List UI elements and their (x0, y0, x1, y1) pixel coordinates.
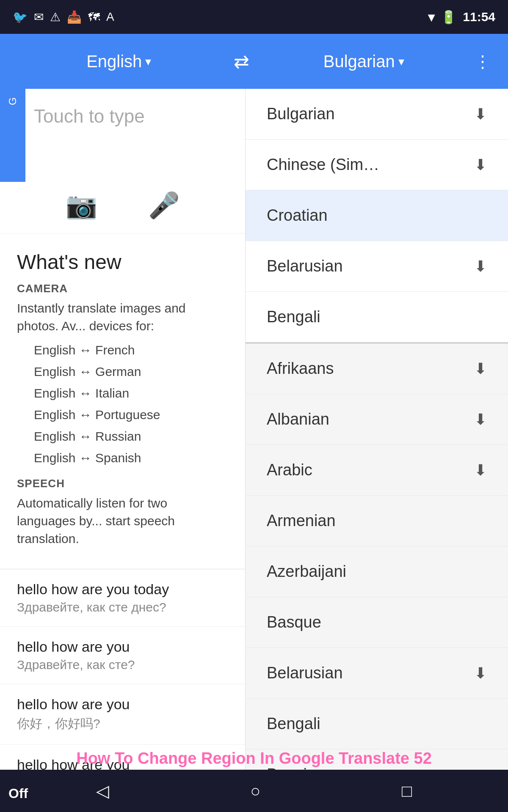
more-options-button[interactable]: ⋮ (470, 52, 495, 71)
pinned-lang-belarusian[interactable]: Belarusian ⬇ (246, 241, 508, 292)
source-language-label: English (86, 52, 142, 71)
lang-albanian[interactable]: Albanian ⬇ (246, 394, 508, 445)
lang-pair-spanish: English ↔ Spanish (34, 447, 228, 469)
status-icons-left: 🐦 ✉ ⚠ 📥 🗺 A (13, 10, 114, 24)
camera-section-label: CAMERA (17, 282, 228, 295)
recents-button[interactable]: □ (402, 782, 412, 801)
lang-afrikaans[interactable]: Afrikaans ⬇ (246, 343, 508, 394)
history-item-1[interactable]: hello how are you Здравейте, как сте? (0, 627, 245, 684)
google-logo: G (7, 97, 19, 105)
download-icon-belarusian[interactable]: ⬇ (474, 258, 487, 275)
wifi-icon: ▾ (428, 10, 434, 25)
lang-armenian-label: Armenian (267, 512, 336, 530)
history-item-2[interactable]: hello how are you 你好，你好吗? (0, 684, 245, 745)
lang-pair-portuguese: English ↔ Portuguese (34, 404, 228, 425)
microphone-button[interactable]: 🎤 (148, 190, 180, 220)
lang-bosnian[interactable]: Bosnian (246, 749, 508, 770)
pinned-lang-belarusian-label: Belarusian (267, 257, 343, 275)
lang-azerbaijani[interactable]: Azerbaijani (246, 546, 508, 597)
main-content: G Touch to type 📷 🎤 What's new CAMERA In… (0, 89, 508, 770)
history-translated-1: Здравейте, как сте? (17, 658, 228, 672)
lang-belarusian-label: Belarusian (267, 664, 343, 682)
back-button[interactable]: ◁ (96, 781, 109, 801)
pinned-lang-bulgarian-label: Bulgarian (267, 105, 335, 123)
home-icon: ○ (250, 782, 260, 801)
history-source-2: hello how are you (17, 696, 228, 713)
history-source-1: hello how are you (17, 639, 228, 655)
whats-new-card: What's new CAMERA Instantly translate im… (0, 233, 245, 569)
download-icon-belarusian2[interactable]: ⬇ (474, 664, 487, 682)
translation-history: hello how are you today Здравейте, как с… (0, 569, 245, 770)
gmail-icon: ✉ (34, 10, 44, 24)
history-source-0: hello how are you today (17, 581, 228, 598)
lang-basque-label: Basque (267, 613, 321, 631)
home-button[interactable]: ○ (250, 782, 260, 801)
target-language-button[interactable]: Bulgarian ▾ (258, 52, 470, 71)
lang-azerbaijani-label: Azerbaijani (267, 562, 346, 581)
download-icon-chinese[interactable]: ⬇ (474, 156, 487, 174)
source-language-button[interactable]: English ▾ (13, 52, 225, 71)
pinned-lang-bengali-label: Bengali (267, 308, 320, 326)
pinned-lang-bengali[interactable]: Bengali (246, 292, 508, 343)
camera-button[interactable]: 📷 (66, 190, 97, 220)
lang-pair-german: English ↔ German (34, 361, 228, 382)
speech-section-desc: Automatically listen for two languages b… (17, 494, 228, 548)
lang-pair-french: English ↔ French (34, 339, 228, 361)
pinned-lang-croatian-label: Croatian (267, 206, 328, 225)
camera-mic-row: 📷 🎤 (0, 182, 245, 233)
history-translated-2: 你好，你好吗? (17, 715, 228, 732)
download-icon-bulgarian[interactable]: ⬇ (474, 105, 487, 123)
history-item-3[interactable]: hello how are you Прывітанне, як ты? (0, 745, 245, 770)
whats-new-title: What's new (17, 250, 228, 274)
lang-albanian-label: Albanian (267, 410, 329, 428)
download-icon-afrikaans[interactable]: ⬇ (474, 360, 487, 378)
pinned-lang-chinese[interactable]: Chinese (Sim… ⬇ (246, 140, 508, 190)
swap-icon: ⇄ (234, 51, 249, 72)
a-icon: A (106, 10, 114, 24)
status-bar: 🐦 ✉ ⚠ 📥 🗺 A ▾ 🔋 11:54 (0, 0, 508, 34)
history-item-0[interactable]: hello how are you today Здравейте, как с… (0, 569, 245, 627)
top-bar: English ▾ ⇄ Bulgarian ▾ ⋮ (0, 34, 508, 89)
bottom-nav: Off ◁ ○ □ (0, 770, 508, 812)
off-label: Off (8, 786, 28, 801)
clock: 11:54 (463, 10, 495, 24)
lang-basque[interactable]: Basque (246, 597, 508, 648)
more-icon: ⋮ (474, 52, 491, 71)
pinned-lang-chinese-label: Chinese (Sim… (267, 156, 379, 174)
maps-icon: 🗺 (88, 10, 100, 24)
target-language-label: Bulgarian (323, 52, 395, 71)
lang-armenian[interactable]: Armenian (246, 496, 508, 546)
lang-bengali-label: Bengali (267, 715, 320, 733)
download-notif-icon: 📥 (67, 10, 82, 24)
pinned-lang-croatian[interactable]: Croatian (246, 190, 508, 241)
target-lang-dropdown-arrow: ▾ (398, 55, 404, 69)
lang-bengali[interactable]: Bengali (246, 699, 508, 749)
pinned-lang-bulgarian[interactable]: Bulgarian ⬇ (246, 89, 508, 140)
lang-afrikaans-label: Afrikaans (267, 359, 334, 378)
left-panel: G Touch to type 📷 🎤 What's new CAMERA In… (0, 89, 246, 770)
speech-section-label: SPEECH (17, 477, 228, 490)
google-logo-area: G (0, 89, 25, 182)
download-icon-arabic[interactable]: ⬇ (474, 461, 487, 479)
twitter-icon: 🐦 (13, 10, 28, 24)
lang-belarusian[interactable]: Belarusian ⬇ (246, 648, 508, 699)
pinned-languages-section: Bulgarian ⬇ Chinese (Sim… ⬇ Croatian Bel… (246, 89, 508, 343)
lang-arabic-label: Arabic (267, 461, 312, 479)
back-icon: ◁ (96, 781, 109, 801)
battery-icon: 🔋 (441, 10, 456, 25)
recents-icon: □ (402, 782, 412, 801)
all-languages-section: Afrikaans ⬇ Albanian ⬇ Arabic ⬇ Armenian… (246, 343, 508, 770)
input-area[interactable]: Touch to type (0, 89, 245, 182)
touch-to-type-placeholder[interactable]: Touch to type (34, 106, 145, 126)
lang-arabic[interactable]: Arabic ⬇ (246, 445, 508, 496)
swap-languages-button[interactable]: ⇄ (225, 51, 258, 72)
history-source-3: hello how are you (17, 757, 228, 770)
language-dropdown-panel[interactable]: Bulgarian ⬇ Chinese (Sim… ⬇ Croatian Bel… (246, 89, 508, 770)
source-lang-dropdown-arrow: ▾ (145, 55, 151, 69)
warning-icon: ⚠ (50, 10, 61, 24)
camera-lang-pairs: English ↔ French English ↔ German Englis… (34, 339, 228, 469)
lang-pair-russian: English ↔ Russian (34, 425, 228, 447)
lang-bosnian-label: Bosnian (267, 765, 325, 770)
download-icon-albanian[interactable]: ⬇ (474, 411, 487, 428)
history-translated-0: Здравейте, как сте днес? (17, 600, 228, 614)
